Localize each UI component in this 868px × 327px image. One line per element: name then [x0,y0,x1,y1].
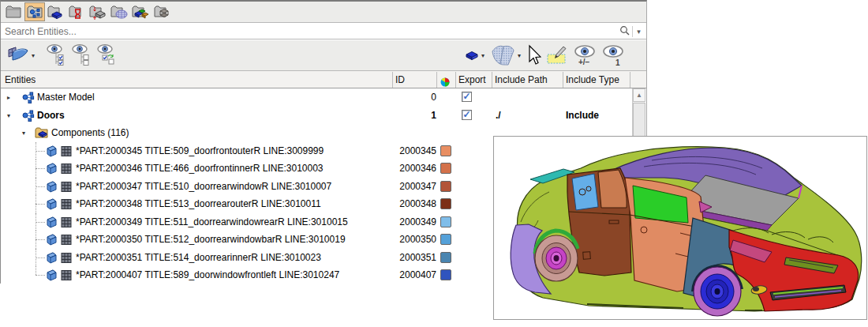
search-options-chevron-icon[interactable]: ▾ [632,26,645,37]
row-id: 2000345 [394,145,436,156]
row-id: 2000348 [394,198,436,209]
scroll-up-arrow-icon[interactable]: ▲ [633,88,645,102]
row-label[interactable]: *PART:2000407 TITLE:589_doorwindowfrontl… [76,269,339,280]
show-displayed-button[interactable] [43,42,69,69]
folder-plain-button[interactable] [3,2,24,21]
column-export[interactable]: Export [458,71,486,88]
expander-icon[interactable]: ▾ [22,130,25,137]
hide-displayed-icon [71,43,92,67]
tree-row[interactable]: ▾ Doors 1 ✓ ./ Include [1,107,630,125]
tree-column-header: Entities ID Export Include Path Include … [1,71,646,88]
row-label[interactable]: Components (116) [51,127,129,138]
export-checkbox[interactable]: ✓ [462,110,472,120]
row-label[interactable]: *PART:2000351 TITLE:514_doorrearinnerR L… [76,252,321,263]
pointer-icon [526,44,541,66]
part-icons [47,251,73,266]
column-id[interactable]: ID [395,71,405,88]
pointer-button[interactable] [523,42,544,69]
search-icon[interactable] [616,25,632,38]
folder-plain-icon [6,5,21,19]
assembly-icon [21,109,35,124]
display-style-button[interactable]: ▾ [462,42,487,69]
folder-entity-state-button[interactable] [152,2,173,21]
expander-icon[interactable]: ▸ [7,94,10,101]
color-swatch[interactable] [440,269,451,280]
car-front-wheel [694,267,741,316]
folder-utility-button[interactable] [67,2,88,21]
part-icons [47,180,73,195]
tree-row[interactable]: ▸ Master Model 0 ✓ [1,88,630,107]
show-hide-toggle-icon: +/− [573,43,597,67]
svg-text:1: 1 [615,58,620,67]
row-id: 2000347 [394,181,436,192]
export-checkbox[interactable]: ✓ [462,92,472,102]
row-label[interactable]: *PART:2000348 TITLE:513_doorrearouterR L… [76,198,321,209]
part-icons [47,233,73,248]
part-icons [47,162,73,177]
selector-planes-button[interactable]: ▾ [487,42,523,69]
folder-mesh-icon [110,5,129,20]
row-label[interactable]: Master Model [37,92,95,103]
color-swatch[interactable] [440,198,451,209]
expander-icon[interactable]: ▾ [7,112,10,119]
column-entities[interactable]: Entities [5,71,36,88]
color-swatch[interactable] [440,163,451,174]
isolate-one-button[interactable]: 1 [599,42,627,69]
row-label[interactable]: *PART:2000345 TITLE:509_doorfrontouterR … [76,145,324,156]
search-bar: ▾ [1,24,646,39]
components-folder-icon [35,126,49,141]
include-path: ./ [496,110,501,121]
assembly-icon [21,91,35,106]
graphics-viewport[interactable] [493,136,867,320]
row-label[interactable]: *PART:2000350 TITLE:512_doorrearwindowba… [76,234,346,245]
color-swatch[interactable] [440,252,451,263]
folder-assembly-button[interactable] [131,2,152,21]
row-label[interactable]: Doors [37,110,65,121]
display-style-caret-icon: ▾ [481,52,485,59]
color-swatch[interactable] [440,216,451,227]
part-icons [47,197,73,212]
folder-model-view-button[interactable] [24,2,45,21]
row-label[interactable]: *PART:2000349 TITLE:511_doorrearwindowre… [76,216,348,227]
highlight-edit-button[interactable] [544,42,571,69]
row-label[interactable]: *PART:2000347 TITLE:510_doorrearwindowR … [76,181,331,192]
folder-component-icon [47,5,65,20]
folder-entity-state-icon [154,5,171,20]
folder-import-icon [89,5,108,20]
column-include-type[interactable]: Include Type [566,71,619,88]
part-icons [47,269,73,284]
display-style-icon [464,48,480,62]
show-hide-toggle-button[interactable]: +/− [571,42,599,69]
folder-assembly-icon [132,5,151,20]
folder-import-button[interactable] [88,2,109,21]
geometry-display-caret-icon: ▾ [32,52,35,59]
folder-utility-icon [69,5,86,20]
scrollbar-thumb[interactable] [633,103,645,141]
car-model-image [494,137,866,319]
browser-toolbar [1,2,646,23]
highlight-edit-icon [546,44,568,66]
row-id: 2000351 [394,252,436,263]
search-input[interactable] [1,24,616,39]
folder-mesh-button[interactable] [110,2,130,21]
part-icons [47,216,73,231]
color-swatch[interactable] [440,145,451,156]
reverse-displayed-button[interactable] [94,42,121,69]
geometry-display-button[interactable]: ▾ [4,42,37,69]
column-include-path[interactable]: Include Path [495,71,548,88]
row-label[interactable]: *PART:2000346 TITLE:466_doorfrontinnerR … [76,163,324,174]
svg-text:+/−: +/− [578,58,590,66]
hide-displayed-button[interactable] [69,42,94,69]
color-swatch[interactable] [440,181,451,192]
row-id: 2000407 [394,269,436,280]
color-swatch[interactable] [440,234,451,245]
folder-component-button[interactable] [46,2,66,21]
display-toolbar: ▾ ▾ ▾ [1,40,646,71]
selector-planes-icon [489,43,516,67]
folder-model-view-icon [27,5,43,19]
car-rear-wheel [535,235,578,281]
geometry-display-icon [6,45,30,66]
isolate-one-icon: 1 [601,43,625,67]
row-id: 0 [394,92,436,103]
include-type: Include [566,110,599,121]
